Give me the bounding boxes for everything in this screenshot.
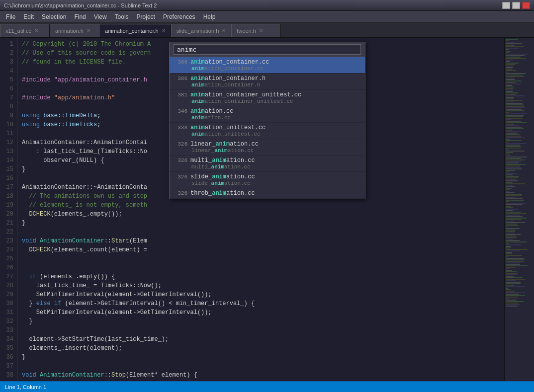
ac-sub: multi_animation.cc <box>174 164 361 170</box>
ac-sub: linear_animation.cc <box>174 148 361 154</box>
ac-num: 326 <box>174 190 187 196</box>
tab-bar: x11_util.cc✕animation.h✕animation_contai… <box>0 23 534 38</box>
tab-slide_animation-h[interactable]: slide_animation.h✕ <box>171 24 232 37</box>
window-controls <box>502 2 530 9</box>
tab-label: slide_animation.h <box>177 28 219 34</box>
tab-label: x11_util.cc <box>5 28 31 34</box>
main-content: 1234567891011121314151617181920212223242… <box>0 38 534 381</box>
ac-sub: animation_unittest.cc <box>174 131 361 137</box>
ac-num: 326 <box>174 157 187 163</box>
ac-num: 338 <box>174 125 187 131</box>
autocomplete-item[interactable]: 326 throb_animation.cc <box>170 188 365 199</box>
ac-name: slide_animation.cc <box>190 173 255 180</box>
ac-num: 381 <box>174 92 187 98</box>
ac-sub: animation_container_unittest.cc <box>174 98 361 104</box>
tab-label: animation.h <box>55 28 84 34</box>
menu-item-edit[interactable]: Edit <box>19 11 38 22</box>
autocomplete-dropdown: 386 animation_container.cc animation_con… <box>169 42 365 199</box>
ac-num: 386 <box>174 59 187 65</box>
tab-close-icon[interactable]: ✕ <box>222 28 226 33</box>
ac-num: 386 <box>174 76 187 81</box>
ac-name: animation_container.cc <box>190 59 269 66</box>
menu-bar: FileEditSelectionFindViewToolsProjectPre… <box>0 11 534 23</box>
menu-item-project[interactable]: Project <box>133 11 159 22</box>
ac-num: 346 <box>174 108 187 114</box>
ac-name: throb_animation.cc <box>190 190 255 197</box>
autocomplete-item[interactable]: 326 multi_animation.cc multi_animation.c… <box>170 156 365 172</box>
autocomplete-item[interactable]: 326 slide_animation.cc slide_animation.c… <box>170 172 365 188</box>
ac-sub: slide_animation.cc <box>174 180 361 186</box>
autocomplete-item[interactable]: 338 animation_unittest.cc animation_unit… <box>170 123 365 139</box>
ac-num: 326 <box>174 141 187 147</box>
ac-name: animation_container_unittest.cc <box>190 91 301 98</box>
tab-close-icon[interactable]: ✕ <box>259 28 263 33</box>
search-input[interactable] <box>174 44 361 55</box>
autocomplete-item[interactable]: 381 animation_container_unittest.cc anim… <box>170 90 365 106</box>
menu-item-view[interactable]: View <box>90 11 111 22</box>
line-numbers: 1234567891011121314151617181920212223242… <box>0 38 18 381</box>
tab-label: tween.h <box>237 28 256 34</box>
tab-animation_container-h[interactable]: animation_container.h✕ <box>99 24 171 37</box>
code-area: 1234567891011121314151617181920212223242… <box>0 38 504 381</box>
tab-close-icon[interactable]: ✕ <box>162 28 166 33</box>
ac-name: animation.cc <box>190 108 233 115</box>
tab-animation-h[interactable]: animation.h✕ <box>50 24 99 37</box>
title-bar: C:\J\chromium\src\app\animation_containe… <box>0 0 534 11</box>
menu-item-preferences[interactable]: Preferences <box>159 11 199 22</box>
status-text: Line 1, Column 1 <box>5 384 46 390</box>
menu-item-help[interactable]: Help <box>199 11 220 22</box>
tab-close-icon[interactable]: ✕ <box>87 28 90 33</box>
ac-name: animation_container.h <box>190 75 266 82</box>
ac-name: linear_animation.cc <box>190 141 259 148</box>
autocomplete-item[interactable]: 386 animation_container.cc animation_con… <box>170 57 365 74</box>
autocomplete-item[interactable]: 326 linear_animation.cc linear_animation… <box>170 139 365 156</box>
maximize-button[interactable] <box>512 2 520 9</box>
ac-sub: animation_container.h <box>174 82 361 88</box>
ac-sub: animation_container.cc <box>174 66 361 72</box>
ac-num: 326 <box>174 174 187 180</box>
search-input-row <box>170 42 365 57</box>
minimap-content <box>505 38 534 308</box>
autocomplete-item[interactable]: 386 animation_container.h animation_cont… <box>170 74 365 90</box>
tab-close-icon[interactable]: ✕ <box>34 28 38 33</box>
menu-item-file[interactable]: File <box>2 11 19 22</box>
close-button[interactable] <box>522 2 530 9</box>
tab-label: animation_container.h <box>105 28 159 34</box>
menu-item-selection[interactable]: Selection <box>38 11 70 22</box>
ac-name: multi_animation.cc <box>190 157 255 164</box>
title-text: C:\J\chromium\src\app\animation_containe… <box>4 2 157 8</box>
menu-item-find[interactable]: Find <box>70 11 89 22</box>
tab-x11_util-cc[interactable]: x11_util.cc✕ <box>0 24 50 37</box>
menu-item-tools[interactable]: Tools <box>111 11 133 22</box>
ac-name: animation_unittest.cc <box>190 124 266 131</box>
ac-sub: animation.cc <box>174 115 361 121</box>
status-bar: Line 1, Column 1 <box>0 381 534 392</box>
minimap <box>504 38 534 381</box>
autocomplete-list[interactable]: 386 animation_container.cc animation_con… <box>170 57 365 199</box>
minimize-button[interactable] <box>502 2 510 9</box>
tab-tween-h[interactable]: tween.h✕ <box>231 24 281 37</box>
autocomplete-item[interactable]: 346 animation.cc animation.cc <box>170 106 365 123</box>
